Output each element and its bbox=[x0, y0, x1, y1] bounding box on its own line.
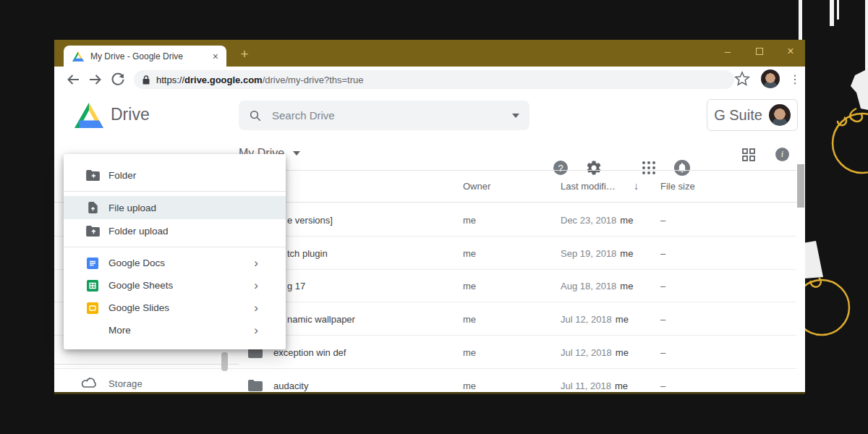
menu-item-label: Google Sheets bbox=[109, 280, 173, 291]
browser-profile-avatar[interactable] bbox=[761, 69, 780, 88]
chevron-down-icon[interactable] bbox=[293, 151, 300, 156]
submenu-chevron-icon: › bbox=[254, 279, 258, 292]
search-icon bbox=[249, 109, 262, 122]
file-modified: Jul 11, 2018me bbox=[561, 380, 628, 391]
file-size: – bbox=[660, 314, 665, 325]
menu-item-label: Google Docs bbox=[109, 258, 165, 268]
menu-item-google-slides[interactable]: Google Slides › bbox=[64, 297, 286, 319]
file-modified: Jul 12, 2018me bbox=[561, 314, 629, 325]
url-domain: drive.google.com bbox=[184, 75, 263, 85]
screenshot-stage: My Drive - Google Drive × + – × https://… bbox=[0, 0, 868, 434]
drive-header: Drive ? G Suite bbox=[54, 93, 805, 137]
file-size: – bbox=[660, 380, 665, 391]
file-owner: me bbox=[463, 314, 476, 325]
menu-divider bbox=[64, 191, 286, 192]
maximize-icon bbox=[756, 48, 763, 55]
menu-item-label: Google Slides bbox=[109, 302, 169, 313]
file-size: – bbox=[660, 281, 665, 292]
window-close-button[interactable]: × bbox=[779, 41, 802, 61]
window-maximize-button[interactable] bbox=[748, 41, 771, 61]
search-bar[interactable] bbox=[239, 101, 529, 130]
menu-item-folder[interactable]: Folder bbox=[64, 163, 286, 187]
file-owner: me bbox=[463, 347, 476, 358]
google-docs-icon bbox=[85, 258, 100, 269]
menu-item-file-upload[interactable]: File upload bbox=[64, 196, 286, 219]
folder-plus-icon bbox=[85, 170, 100, 181]
search-options-caret-icon[interactable] bbox=[512, 114, 519, 118]
tab-close-button[interactable]: × bbox=[210, 51, 221, 61]
menu-item-more[interactable]: More › bbox=[64, 319, 286, 341]
search-input[interactable] bbox=[271, 109, 512, 122]
divider bbox=[54, 364, 239, 365]
google-sheets-icon bbox=[85, 280, 100, 292]
menu-item-label: File upload bbox=[109, 203, 156, 213]
file-owner: me bbox=[463, 380, 476, 391]
browser-tab-bar: My Drive - Google Drive × + – × bbox=[54, 40, 805, 67]
bookmark-star-icon[interactable] bbox=[734, 71, 750, 87]
sidebar-item-storage[interactable]: Storage bbox=[54, 374, 239, 394]
back-button[interactable] bbox=[64, 71, 82, 88]
column-owner[interactable]: Owner bbox=[463, 181, 490, 192]
folder-upload-icon bbox=[85, 226, 100, 237]
browser-tab[interactable]: My Drive - Google Drive × bbox=[64, 46, 226, 67]
google-slides-icon bbox=[85, 302, 100, 314]
lock-icon bbox=[142, 75, 150, 85]
submenu-chevron-icon: › bbox=[254, 257, 258, 269]
file-owner: me bbox=[463, 281, 476, 292]
forward-button[interactable] bbox=[87, 71, 104, 88]
file-modified: Sep 19, 2018me bbox=[561, 248, 633, 259]
submenu-chevron-icon: › bbox=[254, 302, 258, 314]
reload-button[interactable] bbox=[109, 71, 127, 88]
file-size: – bbox=[660, 215, 665, 226]
file-modified: Dec 23, 2018me bbox=[561, 215, 633, 226]
column-file-size[interactable]: File size bbox=[660, 181, 695, 192]
file-size: – bbox=[660, 248, 665, 259]
folder-icon bbox=[248, 380, 263, 391]
browser-address-bar: https://drive.google.com/drive/my-drive?… bbox=[54, 67, 805, 93]
menu-item-label: More bbox=[109, 325, 131, 336]
submenu-chevron-icon: › bbox=[254, 324, 258, 336]
file-size: – bbox=[660, 347, 665, 358]
url-field[interactable]: https://drive.google.com/drive/my-drive?… bbox=[134, 70, 734, 89]
gsuite-label: G Suite bbox=[714, 107, 762, 124]
menu-item-google-sheets[interactable]: Google Sheets › bbox=[64, 274, 286, 297]
grid-view-toggle-button[interactable] bbox=[742, 148, 755, 161]
url-scheme: https:// bbox=[156, 75, 184, 85]
file-owner: me bbox=[463, 248, 476, 259]
file-name: e versions] bbox=[287, 215, 333, 226]
file-upload-icon bbox=[85, 202, 100, 213]
info-button[interactable]: i bbox=[775, 148, 789, 161]
file-name: g 17 bbox=[287, 281, 305, 292]
gsuite-account-button[interactable]: G Suite bbox=[707, 99, 798, 131]
column-last-modified[interactable]: Last modifi… bbox=[561, 181, 616, 192]
drive-wordmark: Drive bbox=[111, 105, 150, 124]
file-owner: me bbox=[463, 215, 476, 226]
cloud-icon bbox=[80, 376, 98, 388]
menu-item-label: Folder bbox=[109, 170, 136, 181]
menu-item-google-docs[interactable]: Google Docs › bbox=[64, 252, 286, 274]
url-path: /drive/my-drive?ths=true bbox=[263, 75, 364, 85]
sidebar-item-label: Storage bbox=[109, 378, 142, 389]
menu-divider bbox=[64, 247, 286, 247]
drive-logo-icon[interactable] bbox=[75, 103, 103, 128]
sidebar-scrollbar-thumb[interactable] bbox=[221, 352, 228, 371]
tab-title: My Drive - Google Drive bbox=[90, 51, 210, 61]
drive-favicon-icon bbox=[72, 51, 84, 61]
browser-menu-icon[interactable]: ⋮ bbox=[788, 70, 802, 89]
sort-descending-icon[interactable]: ↓ bbox=[634, 180, 639, 192]
page-scrollbar-thumb[interactable] bbox=[797, 164, 804, 208]
user-avatar[interactable] bbox=[769, 104, 791, 126]
file-modified: Jul 12, 2018me bbox=[561, 347, 629, 358]
menu-item-label: Folder upload bbox=[109, 226, 169, 237]
file-name: tch plugin bbox=[287, 248, 328, 259]
window-minimize-button[interactable]: – bbox=[716, 41, 739, 61]
file-modified: Aug 18, 2018me bbox=[561, 281, 633, 292]
new-dropdown-menu: Folder File upload Folder upload Google … bbox=[64, 154, 286, 349]
menu-item-folder-upload[interactable]: Folder upload bbox=[64, 219, 286, 242]
file-name: namic wallpaper bbox=[287, 314, 355, 325]
file-name: audacity bbox=[273, 380, 308, 391]
new-tab-button[interactable]: + bbox=[235, 45, 254, 64]
